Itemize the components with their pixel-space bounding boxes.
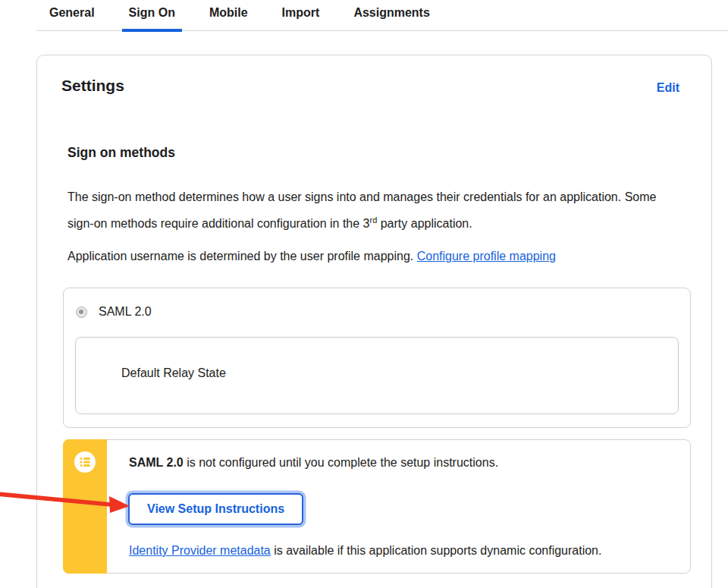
metadata-note: Identity Provider metadata is available … <box>129 544 675 558</box>
mapping-text: Application username is determined by th… <box>67 250 413 263</box>
tab-general[interactable]: General <box>42 0 102 31</box>
tab-import[interactable]: Import <box>275 0 327 31</box>
configure-profile-mapping-link[interactable]: Configure profile mapping <box>417 250 556 263</box>
warning-accent-bar <box>63 439 107 574</box>
card-title: Settings <box>61 77 124 95</box>
view-setup-instructions-button[interactable]: View Setup Instructions <box>128 493 303 525</box>
username-mapping-description: Application username is determined by th… <box>67 245 674 268</box>
identity-provider-metadata-link[interactable]: Identity Provider metadata <box>129 544 271 557</box>
description-text: The sign-on method determines how a user… <box>67 190 656 230</box>
saml-method-box: SAML 2.0 Default Relay State <box>63 288 691 428</box>
description-text-end: party application. <box>377 217 472 230</box>
tab-sign-on[interactable]: Sign On <box>122 0 182 31</box>
callout-message-rest: is not configured until you complete the… <box>184 456 498 469</box>
tab-assignments[interactable]: Assignments <box>347 0 436 31</box>
default-relay-state-label: Default Relay State <box>121 366 226 380</box>
sign-on-methods-heading: Sign on methods <box>67 145 175 161</box>
default-relay-state-box: Default Relay State <box>75 337 679 414</box>
sign-on-method-description: The sign-on method determines how a user… <box>67 186 674 235</box>
tab-bar: General Sign On Mobile Import Assignment… <box>0 0 728 32</box>
edit-link[interactable]: Edit <box>657 81 679 95</box>
saml-radio-row: SAML 2.0 <box>76 305 152 319</box>
ordinal-superscript: rd <box>369 215 377 225</box>
settings-card: Settings Edit Sign on methods The sign-o… <box>36 55 712 588</box>
list-icon <box>74 451 96 473</box>
callout-message-strong: SAML 2.0 <box>129 456 184 469</box>
tab-mobile[interactable]: Mobile <box>202 0 255 31</box>
saml-radio-label: SAML 2.0 <box>99 305 152 319</box>
callout-message: SAML 2.0 is not configured until you com… <box>129 456 675 470</box>
setup-warning-callout: SAML 2.0 is not configured until you com… <box>63 439 691 574</box>
metadata-note-rest: is available if this application support… <box>271 544 602 557</box>
saml-radio-button[interactable] <box>76 307 87 318</box>
